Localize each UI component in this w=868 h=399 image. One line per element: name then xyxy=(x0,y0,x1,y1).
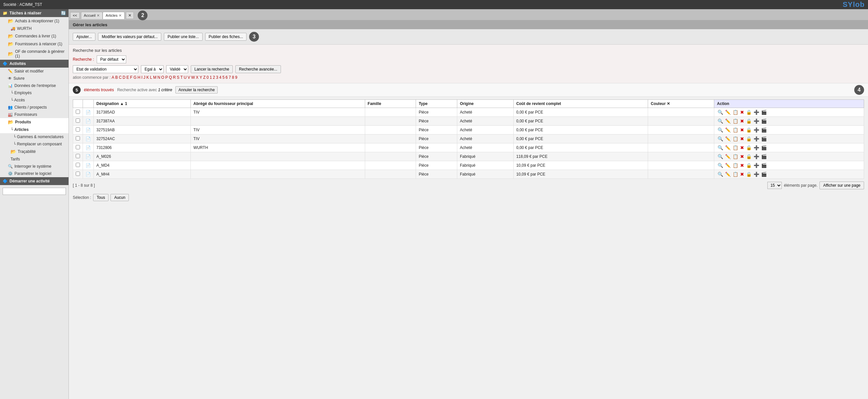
select-none-button[interactable]: Aucun xyxy=(111,194,129,201)
alpha-G[interactable]: G xyxy=(133,75,136,80)
row-checkbox[interactable] xyxy=(76,163,80,167)
add-button[interactable]: Ajouter... xyxy=(73,33,95,41)
alpha-J[interactable]: J xyxy=(143,75,145,80)
action-edit-icon[interactable]: ✏️ xyxy=(724,118,731,124)
action-copy-icon[interactable]: 📋 xyxy=(732,118,739,124)
alpha-N[interactable]: N xyxy=(157,75,160,80)
alpha-4[interactable]: 4 xyxy=(219,75,222,80)
sidebar-item-interroger[interactable]: 🔍 Interroger le système xyxy=(0,163,68,170)
alpha-5[interactable]: 5 xyxy=(222,75,224,80)
sidebar-item-saisir[interactable]: ✏️ Saisir et modifier xyxy=(0,67,68,75)
alpha-H[interactable]: H xyxy=(137,75,140,80)
alpha-R[interactable]: R xyxy=(173,75,176,80)
sidebar-item-donnees[interactable]: 📊 Données de l'entreprise xyxy=(0,82,68,89)
sidebar-start-activity-header[interactable]: 🔷 Démarrer une activité xyxy=(0,177,68,185)
action-add-icon[interactable]: ➕ xyxy=(753,145,760,151)
tab-accueil[interactable]: Accueil ✕ xyxy=(81,12,102,19)
action-delete-icon[interactable]: ✖ xyxy=(740,153,745,160)
row-checkbox[interactable] xyxy=(76,172,80,176)
action-edit-icon[interactable]: ✏️ xyxy=(724,145,731,151)
action-add-icon[interactable]: ➕ xyxy=(753,109,760,115)
action-copy-icon[interactable]: 📋 xyxy=(732,127,739,133)
row-checkbox[interactable] xyxy=(76,118,80,123)
action-view-icon[interactable]: 🔍 xyxy=(717,127,724,133)
action-film-icon[interactable]: 🎬 xyxy=(761,127,767,133)
alpha-0[interactable]: 0 xyxy=(207,75,209,80)
filter-field-select[interactable]: Etat de validation xyxy=(73,65,138,73)
sidebar-item-achats[interactable]: 📂 Achats à réceptionner (1) xyxy=(0,17,68,25)
publish-list-button[interactable]: Publier une liste... xyxy=(164,33,202,41)
sidebar-item-fournisseurs-relancer[interactable]: 📂 Fournisseurs à relancer (1) xyxy=(0,40,68,48)
action-view-icon[interactable]: 🔍 xyxy=(717,145,724,151)
action-lock-icon[interactable]: 🔒 xyxy=(745,109,752,115)
action-lock-icon[interactable]: 🔒 xyxy=(745,127,752,133)
sidebar-item-clients[interactable]: 👥 Clients / prospects xyxy=(0,104,68,111)
alpha-8[interactable]: 8 xyxy=(232,75,234,80)
action-copy-icon[interactable]: 📋 xyxy=(732,109,739,115)
sidebar-activities-header[interactable]: 🔷 Activités xyxy=(0,60,68,67)
cancel-search-button[interactable]: Annuler la recherche xyxy=(175,86,218,93)
search-type-select[interactable]: Par défaut xyxy=(97,55,126,63)
close-accueil-icon[interactable]: ✕ xyxy=(97,13,100,18)
alpha-C[interactable]: C xyxy=(119,75,122,80)
sidebar-item-acces[interactable]: └ Accès xyxy=(0,96,68,104)
action-copy-icon[interactable]: 📋 xyxy=(732,153,739,160)
row-checkbox[interactable] xyxy=(76,110,80,114)
select-all-button[interactable]: Tous xyxy=(93,194,108,201)
sidebar-tasks-header[interactable]: 📁 Tâches à réaliser 🔄 xyxy=(0,9,68,17)
action-lock-icon[interactable]: 🔒 xyxy=(745,136,752,142)
alpha-W[interactable]: W xyxy=(191,75,195,80)
alpha-E[interactable]: E xyxy=(127,75,129,80)
action-view-icon[interactable]: 🔍 xyxy=(717,109,724,115)
alpha-T[interactable]: T xyxy=(180,75,183,80)
alpha-K[interactable]: K xyxy=(146,75,149,80)
alpha-3[interactable]: 3 xyxy=(216,75,218,80)
activity-search-input[interactable] xyxy=(3,188,66,195)
alpha-F[interactable]: F xyxy=(130,75,132,80)
modify-defaults-button[interactable]: Modifier les valeurs par défaut... xyxy=(98,33,161,41)
sidebar-item-articles[interactable]: └ Articles xyxy=(0,126,68,133)
action-film-icon[interactable]: 🎬 xyxy=(761,145,767,151)
sidebar-item-tarifs[interactable]: Tarifs xyxy=(0,155,68,163)
alpha-L[interactable]: L xyxy=(150,75,152,80)
per-page-select[interactable]: 15 25 50 xyxy=(767,182,782,189)
action-delete-icon[interactable]: ✖ xyxy=(740,127,745,133)
action-add-icon[interactable]: ➕ xyxy=(753,118,760,124)
action-copy-icon[interactable]: 📋 xyxy=(732,136,739,142)
action-edit-icon[interactable]: ✏️ xyxy=(724,163,731,168)
alpha-I[interactable]: I xyxy=(141,75,142,80)
alpha-B[interactable]: B xyxy=(115,75,118,80)
action-delete-icon[interactable]: ✖ xyxy=(740,118,745,124)
sidebar-item-wurth[interactable]: 🚚 WURTH xyxy=(0,25,68,32)
row-checkbox[interactable] xyxy=(76,145,80,149)
sidebar-item-produits[interactable]: 📂 Produits xyxy=(0,118,68,126)
sidebar-item-employes[interactable]: └ Employés xyxy=(0,89,68,96)
action-copy-icon[interactable]: 📋 xyxy=(732,163,739,168)
row-checkbox[interactable] xyxy=(76,154,80,158)
sidebar-item-commandes[interactable]: 📂 Commandes à livrer (1) xyxy=(0,32,68,40)
action-add-icon[interactable]: ➕ xyxy=(753,171,760,177)
sidebar-item-fournisseurs[interactable]: 🏭 Fournisseurs xyxy=(0,111,68,118)
alpha-9[interactable]: 9 xyxy=(235,75,237,80)
action-edit-icon[interactable]: ✏️ xyxy=(724,109,731,115)
action-film-icon[interactable]: 🎬 xyxy=(761,153,767,160)
action-film-icon[interactable]: 🎬 xyxy=(761,171,767,177)
action-view-icon[interactable]: 🔍 xyxy=(717,163,724,168)
sidebar-item-gammes[interactable]: └ Gammes & nomenclatures xyxy=(0,133,68,140)
action-delete-icon[interactable]: ✖ xyxy=(740,109,745,115)
alpha-6[interactable]: 6 xyxy=(225,75,228,80)
action-add-icon[interactable]: ➕ xyxy=(753,163,760,168)
back-button[interactable]: << xyxy=(70,12,80,19)
row-checkbox[interactable] xyxy=(76,127,80,132)
col-designation[interactable]: Désignation ▲ 1 xyxy=(94,100,191,108)
action-delete-icon[interactable]: ✖ xyxy=(740,136,745,142)
action-film-icon[interactable]: 🎬 xyxy=(761,163,767,168)
action-lock-icon[interactable]: 🔒 xyxy=(745,145,752,151)
alpha-U[interactable]: U xyxy=(184,75,187,80)
tab-articles[interactable]: Articles ✕ xyxy=(102,12,125,19)
action-film-icon[interactable]: 🎬 xyxy=(761,136,767,142)
action-edit-icon[interactable]: ✏️ xyxy=(724,136,731,142)
action-view-icon[interactable]: 🔍 xyxy=(717,171,724,177)
publish-fiches-button[interactable]: Publier des fiches... xyxy=(205,33,247,41)
action-edit-icon[interactable]: ✏️ xyxy=(724,153,731,160)
